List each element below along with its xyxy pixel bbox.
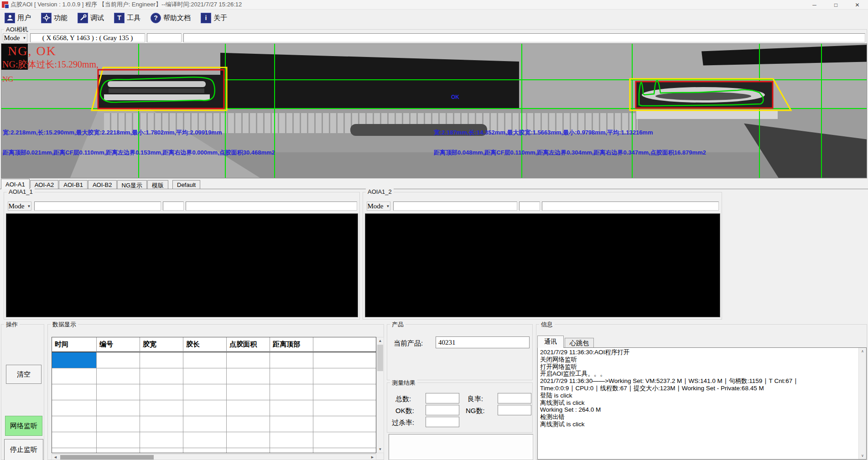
- col-header-id[interactable]: 编号: [97, 337, 140, 352]
- scroll-up-icon[interactable]: ▲: [377, 337, 384, 344]
- table-cell[interactable]: [97, 368, 140, 384]
- tab-aoi-b2[interactable]: AOI-B2: [88, 180, 117, 189]
- table-cell[interactable]: [270, 448, 313, 453]
- toolbar-item-tools[interactable]: T 工具: [112, 12, 142, 24]
- table-cell[interactable]: [97, 384, 140, 400]
- table-cell[interactable]: [270, 416, 313, 432]
- stop-listen-button[interactable]: 停止监听: [4, 439, 43, 460]
- subview1-mode-dropdown[interactable]: Mode▼: [8, 202, 31, 211]
- minimize-button[interactable]: ─: [804, 0, 825, 10]
- clear-button[interactable]: 清空: [6, 365, 42, 384]
- tab-heartbeat[interactable]: 心跳包: [565, 338, 594, 348]
- table-cell[interactable]: [140, 368, 183, 384]
- toolbar-item-help[interactable]: ? 帮助文档: [149, 12, 192, 24]
- current-product-input[interactable]: 40231: [436, 336, 530, 348]
- camera-field-2[interactable]: [147, 33, 182, 42]
- table-cell[interactable]: [227, 352, 270, 368]
- table-cell[interactable]: [52, 448, 97, 453]
- table-vscroll-thumb[interactable]: [377, 345, 383, 371]
- pixel-readout[interactable]: ( X 6568, Y 1463 ) : ( Gray 135 ): [30, 33, 145, 42]
- table-cell[interactable]: [183, 368, 227, 384]
- network-listen-button[interactable]: 网络监听: [5, 416, 42, 436]
- table-cell[interactable]: [183, 432, 227, 448]
- table-cell[interactable]: [183, 384, 227, 400]
- tab-aoi-a2[interactable]: AOI-A2: [30, 180, 59, 189]
- table-cell[interactable]: [97, 400, 140, 416]
- table-cell[interactable]: [270, 384, 313, 400]
- table-cell[interactable]: [270, 432, 313, 448]
- scroll-left-icon[interactable]: ◀: [52, 455, 59, 460]
- toolbar-item-debug[interactable]: 调试: [76, 12, 106, 24]
- scroll-right-icon[interactable]: ▶: [369, 455, 376, 460]
- overkill-input[interactable]: [426, 417, 459, 427]
- table-cell[interactable]: [52, 384, 97, 400]
- tab-ng-display[interactable]: NG显示: [117, 180, 147, 189]
- table-cell[interactable]: [183, 352, 227, 368]
- tab-template[interactable]: 模版: [147, 180, 168, 189]
- table-cell[interactable]: [270, 368, 313, 384]
- subview2-field-1[interactable]: [393, 202, 517, 211]
- camera-field-3[interactable]: [183, 33, 865, 42]
- table-cell[interactable]: [97, 432, 140, 448]
- table-cell[interactable]: [140, 384, 183, 400]
- table-cell[interactable]: [183, 400, 227, 416]
- col-header-top-distance[interactable]: 距离顶部: [270, 337, 313, 352]
- toolbar-item-function[interactable]: 功能: [39, 12, 69, 24]
- table-cell[interactable]: [227, 432, 270, 448]
- table-cell[interactable]: [183, 416, 227, 432]
- tab-comms[interactable]: 通讯: [537, 336, 564, 348]
- subview2-field-3[interactable]: [542, 202, 719, 211]
- camera-view[interactable]: NG, OK NG:胶体过长:15.290mm, NG OK 宽:2.218mm…: [1, 43, 867, 178]
- subview1-image[interactable]: [6, 213, 358, 317]
- ok-count-input[interactable]: [426, 405, 459, 415]
- table-cell[interactable]: [227, 384, 270, 400]
- table-horizontal-scrollbar[interactable]: ◀ ▶: [52, 454, 376, 460]
- yield-input[interactable]: [498, 393, 531, 403]
- table-cell[interactable]: [227, 400, 270, 416]
- scroll-down-icon[interactable]: ▼: [377, 446, 384, 453]
- subview2-field-2[interactable]: [519, 202, 540, 211]
- tab-aoi-a1[interactable]: AOI-A1: [1, 179, 30, 189]
- table-cell[interactable]: [140, 352, 183, 368]
- subview1-field-2[interactable]: [163, 202, 184, 211]
- table-cell[interactable]: [140, 448, 183, 453]
- table-cell[interactable]: [52, 432, 97, 448]
- table-cell[interactable]: [227, 416, 270, 432]
- subview1-field-1[interactable]: [34, 202, 161, 211]
- scroll-up-icon[interactable]: ∧: [859, 348, 866, 355]
- camera-mode-dropdown[interactable]: Mode▼: [3, 33, 27, 42]
- log-scrollbar[interactable]: ∧ ∨: [858, 348, 866, 459]
- subview2-image[interactable]: [365, 213, 720, 317]
- table-cell[interactable]: [140, 416, 183, 432]
- table-cell[interactable]: [270, 352, 313, 368]
- table-cell[interactable]: [97, 448, 140, 453]
- tab-default[interactable]: Default: [172, 180, 200, 189]
- scroll-down-icon[interactable]: ∨: [859, 452, 866, 459]
- table-hscroll-thumb[interactable]: [60, 455, 154, 460]
- tab-aoi-b1[interactable]: AOI-B1: [59, 180, 88, 189]
- info-log[interactable]: 2021/7/29 11:36:30:AOI程序打开 关闭网络监听 打开网络监听…: [537, 347, 867, 460]
- table-cell[interactable]: [97, 352, 140, 368]
- table-cell[interactable]: [52, 368, 97, 384]
- table-cell[interactable]: [227, 368, 270, 384]
- table-cell[interactable]: [227, 448, 270, 453]
- table-cell[interactable]: [97, 416, 140, 432]
- subview1-field-3[interactable]: [186, 202, 357, 211]
- col-header-glue-length[interactable]: 胶长: [183, 337, 227, 352]
- col-header-glue-width[interactable]: 胶宽: [140, 337, 183, 352]
- table-vertical-scrollbar[interactable]: ▲ ▼: [376, 337, 384, 453]
- table-cell[interactable]: [183, 448, 227, 453]
- toolbar-item-user[interactable]: 用户: [3, 12, 33, 24]
- table-cell[interactable]: [270, 400, 313, 416]
- col-header-time[interactable]: 时间: [52, 337, 97, 352]
- col-header-glue-area[interactable]: 点胶面积: [227, 337, 270, 352]
- table-cell-selected[interactable]: [52, 352, 97, 368]
- close-button[interactable]: ✕: [847, 0, 868, 10]
- table-cell[interactable]: [140, 432, 183, 448]
- ng-count-input[interactable]: [498, 405, 531, 415]
- subview2-mode-dropdown[interactable]: Mode▼: [367, 202, 390, 211]
- table-cell[interactable]: [140, 400, 183, 416]
- table-cell[interactable]: [52, 416, 97, 432]
- maximize-button[interactable]: □: [825, 0, 847, 10]
- table-cell[interactable]: [52, 400, 97, 416]
